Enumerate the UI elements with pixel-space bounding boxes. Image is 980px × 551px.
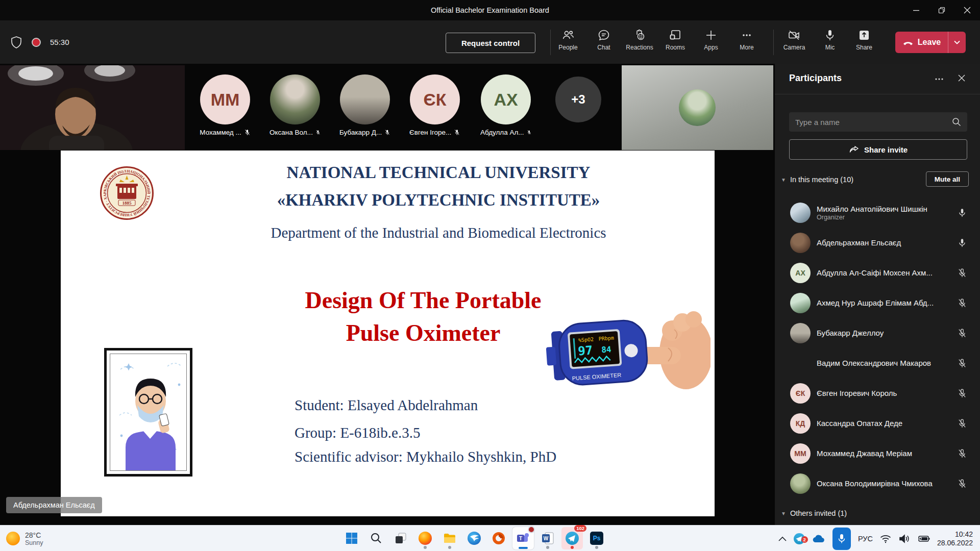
in-meeting-section-header[interactable]: ▼ In this meeting (10) Mute all [781, 172, 974, 187]
avatar: ЄК [410, 74, 460, 124]
people-button[interactable]: People [552, 27, 584, 58]
more-dots-icon [740, 29, 753, 42]
reactions-button[interactable]: Reactions [623, 27, 656, 58]
onedrive-button[interactable] [812, 534, 825, 543]
participant-row[interactable]: ЄК Євген Ігоревич Король [775, 378, 980, 408]
avatar [340, 74, 390, 124]
people-icon [561, 29, 575, 42]
speaker-icon [898, 534, 910, 543]
participant-thumbnail[interactable]: АХ Абдулла Ал... [480, 74, 531, 136]
firefox-button[interactable] [414, 527, 436, 549]
chat-icon [597, 29, 610, 42]
participant-thumbnail[interactable]: Бубакарр Д... [339, 74, 390, 136]
mute-all-button[interactable]: Mute all [926, 171, 969, 187]
telegram-button[interactable]: 102 [561, 527, 583, 549]
overflow-participants-tile[interactable]: +3 [553, 74, 604, 122]
mic-muted-icon [958, 268, 967, 278]
restore-button[interactable] [929, 0, 954, 20]
mic-muted-icon [958, 479, 967, 489]
wifi-button[interactable] [880, 534, 891, 543]
mic-muted-icon [958, 328, 967, 338]
avatar [270, 74, 320, 124]
thunderbird-button[interactable] [463, 527, 485, 549]
windows-taskbar: 28°C Sunny [0, 525, 980, 551]
participant-thumbnail[interactable]: Оксана Вол... [270, 74, 321, 136]
apps-button[interactable]: Apps [695, 27, 727, 58]
mic-muted-icon [958, 448, 967, 459]
minimize-button[interactable] [903, 0, 929, 20]
taskbar-search-button[interactable] [365, 527, 387, 549]
search-input[interactable] [795, 118, 952, 127]
participant-thumbnail[interactable]: ЄК Євген Ігоре... [409, 74, 460, 136]
participant-search[interactable] [789, 112, 967, 132]
others-invited-section-header[interactable]: ▼ Others invited (1) [781, 506, 974, 521]
avatar [790, 473, 811, 494]
chevron-down-icon [954, 40, 960, 44]
participant-row[interactable]: Михайло Анатолійович Шишкін Organizer [775, 197, 980, 228]
self-video-tile[interactable] [0, 65, 185, 150]
participant-row[interactable]: Абдельрахман Ельсаєд [775, 228, 980, 258]
windows-logo-icon [346, 532, 358, 544]
rooms-button[interactable]: Rooms [659, 27, 692, 58]
photoshop-button[interactable]: Ps [586, 527, 607, 549]
task-view-button[interactable] [390, 527, 411, 549]
participant-thumbnail[interactable]: ММ Мохаммед ... [200, 74, 251, 136]
apps-plus-icon [704, 29, 718, 42]
svg-text:W: W [544, 536, 549, 541]
start-button[interactable] [341, 527, 362, 549]
participant-row[interactable]: Ахмед Нур Ашраф Елімам Абд... [775, 288, 980, 318]
avatar: АХ [481, 74, 531, 124]
teams-icon: T [516, 532, 530, 545]
leave-options-chevron[interactable] [948, 32, 966, 53]
teams-button[interactable]: T [512, 527, 534, 549]
language-indicator[interactable]: РУС [858, 535, 873, 543]
avatar [790, 323, 811, 343]
clock-widget[interactable]: 10:42 28.06.2022 [937, 530, 973, 547]
share-invite-icon [849, 145, 859, 154]
mic-icon [823, 29, 837, 42]
mic-muted-icon [315, 129, 321, 136]
share-button[interactable]: Share [848, 27, 880, 58]
participant-row[interactable]: АХ Абдулла Ал-Саіфі Мохсен Ахм... [775, 258, 980, 288]
battery-button[interactable] [917, 535, 930, 543]
participant-row[interactable]: КД Кассандра Опатах Деде [775, 408, 980, 438]
file-explorer-button[interactable] [439, 527, 460, 549]
shared-presentation: НАЦІОНАЛЬНИЙ ТЕХНІЧНИЙ УНІВЕРСИТЕТ · ХАР… [61, 151, 715, 516]
participant-row[interactable]: ММ Мохаммед Джавад Меріам [775, 438, 980, 468]
remote-video-tile[interactable] [622, 65, 773, 150]
active-microphone-indicator[interactable] [832, 528, 851, 550]
mic-muted-icon [958, 298, 967, 308]
mic-button[interactable]: Mic [814, 27, 846, 58]
tray-time: 10:42 [937, 530, 973, 539]
camera-button[interactable]: Camera [778, 27, 811, 58]
avatar [790, 353, 811, 373]
close-button[interactable] [954, 0, 980, 20]
tray-telegram-button[interactable]: 2 [794, 533, 805, 544]
camera-off-icon [788, 29, 801, 42]
mic-muted-icon [958, 388, 967, 398]
telegram-unread-badge: 102 [574, 525, 586, 532]
tray-telegram-badge: 2 [801, 536, 808, 543]
participant-row[interactable]: Бубакарр Джеллоу [775, 318, 980, 348]
participant-row[interactable]: Вадим Олександрович Макаров [775, 348, 980, 378]
panel-more-button[interactable] [932, 74, 946, 86]
panel-close-button[interactable] [954, 74, 969, 84]
collapse-triangle-icon: ▼ [781, 177, 786, 183]
mic-muted-icon [527, 129, 531, 136]
more-button[interactable]: More [730, 27, 763, 58]
participant-row[interactable]: Оксана Володимирівна Чмихова [775, 468, 980, 498]
share-invite-button[interactable]: Share invite [789, 139, 967, 160]
chat-button[interactable]: Chat [587, 27, 620, 58]
folder-icon [443, 532, 456, 545]
avatar: ММ [200, 74, 250, 124]
word-button[interactable]: W [537, 527, 558, 549]
hangup-phone-icon [902, 39, 914, 45]
request-control-button[interactable]: Request control [446, 33, 535, 53]
tray-expand-button[interactable] [778, 536, 787, 541]
volume-button[interactable] [898, 534, 910, 543]
weather-widget[interactable]: 28°C Sunny [6, 525, 43, 551]
telegram-icon [566, 532, 579, 545]
panel-title: Participants [789, 73, 842, 84]
leave-button[interactable]: Leave [895, 32, 948, 53]
office-button[interactable] [488, 527, 509, 549]
